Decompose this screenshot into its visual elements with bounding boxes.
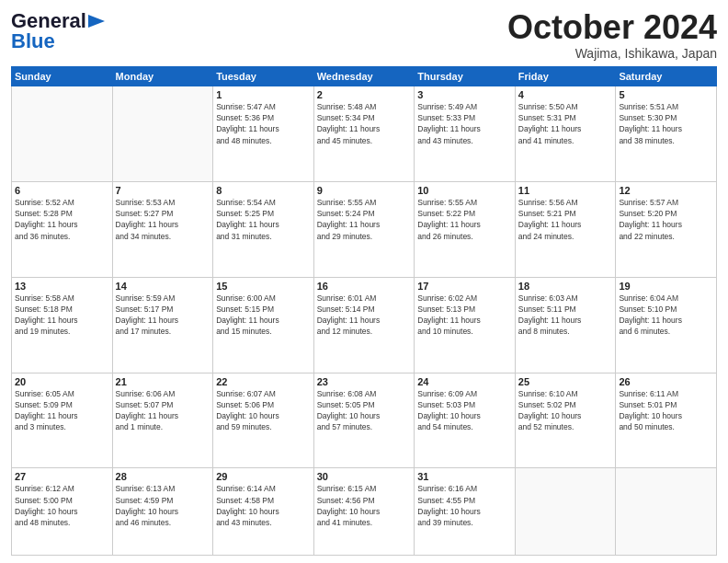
day-info: Sunrise: 6:12 AM Sunset: 5:00 PM Dayligh… — [15, 483, 109, 528]
day-number: 29 — [216, 471, 311, 482]
table-row: 23Sunrise: 6:08 AM Sunset: 5:05 PM Dayli… — [313, 373, 415, 468]
table-row: 12Sunrise: 5:57 AM Sunset: 5:20 PM Dayli… — [616, 181, 717, 277]
day-number: 24 — [417, 376, 512, 387]
table-row: 30Sunrise: 6:15 AM Sunset: 4:56 PM Dayli… — [313, 468, 415, 556]
day-number: 18 — [518, 281, 613, 292]
table-row: 26Sunrise: 6:11 AM Sunset: 5:01 PM Dayli… — [616, 373, 717, 468]
title-section: October 2024 Wajima, Ishikawa, Japan — [507, 9, 717, 61]
day-info: Sunrise: 6:10 AM Sunset: 5:02 PM Dayligh… — [518, 388, 613, 433]
day-info: Sunrise: 6:14 AM Sunset: 4:58 PM Dayligh… — [216, 483, 311, 528]
day-info: Sunrise: 6:01 AM Sunset: 5:14 PM Dayligh… — [317, 293, 412, 338]
table-row — [12, 86, 113, 181]
table-row: 21Sunrise: 6:06 AM Sunset: 5:07 PM Dayli… — [112, 373, 213, 468]
col-sunday: Sunday — [12, 66, 113, 86]
day-info: Sunrise: 6:09 AM Sunset: 5:03 PM Dayligh… — [417, 388, 512, 433]
day-info: Sunrise: 6:02 AM Sunset: 5:13 PM Dayligh… — [417, 293, 512, 338]
day-number: 4 — [518, 89, 613, 100]
table-row: 9Sunrise: 5:55 AM Sunset: 5:24 PM Daylig… — [313, 181, 415, 277]
day-number: 19 — [619, 281, 713, 292]
day-info: Sunrise: 5:58 AM Sunset: 5:18 PM Dayligh… — [15, 293, 109, 338]
day-number: 21 — [116, 376, 210, 387]
col-thursday: Thursday — [415, 66, 516, 86]
svg-marker-0 — [88, 15, 105, 28]
day-info: Sunrise: 5:55 AM Sunset: 5:22 PM Dayligh… — [417, 197, 512, 242]
table-row: 3Sunrise: 5:49 AM Sunset: 5:33 PM Daylig… — [415, 86, 516, 181]
day-info: Sunrise: 6:08 AM Sunset: 5:05 PM Dayligh… — [317, 388, 412, 433]
header: General Blue October 2024 Wajima, Ishika… — [11, 9, 717, 61]
day-info: Sunrise: 6:05 AM Sunset: 5:09 PM Dayligh… — [15, 388, 109, 433]
day-number: 20 — [15, 376, 109, 387]
table-row — [616, 468, 717, 556]
table-row: 25Sunrise: 6:10 AM Sunset: 5:02 PM Dayli… — [515, 373, 616, 468]
day-number: 14 — [116, 281, 210, 292]
table-row: 14Sunrise: 5:59 AM Sunset: 5:17 PM Dayli… — [112, 277, 213, 373]
table-row: 6Sunrise: 5:52 AM Sunset: 5:28 PM Daylig… — [12, 181, 113, 277]
table-row: 10Sunrise: 5:55 AM Sunset: 5:22 PM Dayli… — [415, 181, 516, 277]
day-info: Sunrise: 6:00 AM Sunset: 5:15 PM Dayligh… — [216, 293, 311, 338]
day-number: 22 — [216, 376, 311, 387]
day-info: Sunrise: 5:48 AM Sunset: 5:34 PM Dayligh… — [317, 101, 412, 146]
day-info: Sunrise: 6:03 AM Sunset: 5:11 PM Dayligh… — [518, 293, 613, 338]
month-title: October 2024 — [507, 9, 717, 46]
day-number: 11 — [518, 185, 613, 196]
day-number: 30 — [317, 471, 412, 482]
day-number: 27 — [15, 471, 109, 482]
day-number: 1 — [216, 89, 311, 100]
day-info: Sunrise: 6:13 AM Sunset: 4:59 PM Dayligh… — [116, 483, 210, 528]
table-row: 15Sunrise: 6:00 AM Sunset: 5:15 PM Dayli… — [213, 277, 314, 373]
day-number: 7 — [116, 185, 210, 196]
day-info: Sunrise: 5:56 AM Sunset: 5:21 PM Dayligh… — [518, 197, 613, 242]
table-row: 4Sunrise: 5:50 AM Sunset: 5:31 PM Daylig… — [515, 86, 616, 181]
table-row: 7Sunrise: 5:53 AM Sunset: 5:27 PM Daylig… — [112, 181, 213, 277]
day-number: 25 — [518, 376, 613, 387]
day-info: Sunrise: 6:15 AM Sunset: 4:56 PM Dayligh… — [317, 483, 412, 528]
day-info: Sunrise: 6:07 AM Sunset: 5:06 PM Dayligh… — [216, 388, 311, 433]
day-number: 8 — [216, 185, 311, 196]
table-row: 24Sunrise: 6:09 AM Sunset: 5:03 PM Dayli… — [415, 373, 516, 468]
day-number: 15 — [216, 281, 311, 292]
day-number: 26 — [619, 376, 713, 387]
table-row: 28Sunrise: 6:13 AM Sunset: 4:59 PM Dayli… — [112, 468, 213, 556]
table-row: 18Sunrise: 6:03 AM Sunset: 5:11 PM Dayli… — [515, 277, 616, 373]
day-info: Sunrise: 5:55 AM Sunset: 5:24 PM Dayligh… — [317, 197, 412, 242]
calendar-header-row: Sunday Monday Tuesday Wednesday Thursday… — [12, 66, 717, 86]
day-number: 2 — [317, 89, 412, 100]
day-number: 6 — [15, 185, 109, 196]
day-info: Sunrise: 5:57 AM Sunset: 5:20 PM Dayligh… — [619, 197, 713, 242]
day-info: Sunrise: 6:16 AM Sunset: 4:55 PM Dayligh… — [417, 483, 512, 528]
table-row — [515, 468, 616, 556]
col-monday: Monday — [112, 66, 213, 86]
table-row: 20Sunrise: 6:05 AM Sunset: 5:09 PM Dayli… — [12, 373, 113, 468]
day-info: Sunrise: 5:51 AM Sunset: 5:30 PM Dayligh… — [619, 101, 713, 146]
day-info: Sunrise: 5:59 AM Sunset: 5:17 PM Dayligh… — [116, 293, 210, 338]
logo: General Blue — [11, 9, 107, 53]
table-row: 27Sunrise: 6:12 AM Sunset: 5:00 PM Dayli… — [12, 468, 113, 556]
day-number: 9 — [317, 185, 412, 196]
day-info: Sunrise: 5:52 AM Sunset: 5:28 PM Dayligh… — [15, 197, 109, 242]
calendar-table: Sunday Monday Tuesday Wednesday Thursday… — [11, 66, 717, 556]
day-info: Sunrise: 5:50 AM Sunset: 5:31 PM Dayligh… — [518, 101, 613, 146]
day-number: 23 — [317, 376, 412, 387]
location: Wajima, Ishikawa, Japan — [507, 46, 717, 61]
day-number: 31 — [417, 471, 512, 482]
table-row: 8Sunrise: 5:54 AM Sunset: 5:25 PM Daylig… — [213, 181, 314, 277]
table-row: 11Sunrise: 5:56 AM Sunset: 5:21 PM Dayli… — [515, 181, 616, 277]
day-info: Sunrise: 5:54 AM Sunset: 5:25 PM Dayligh… — [216, 197, 311, 242]
col-saturday: Saturday — [616, 66, 717, 86]
day-number: 17 — [417, 281, 512, 292]
col-tuesday: Tuesday — [213, 66, 314, 86]
day-info: Sunrise: 5:49 AM Sunset: 5:33 PM Dayligh… — [417, 101, 512, 146]
day-number: 10 — [417, 185, 512, 196]
table-row — [112, 86, 213, 181]
col-wednesday: Wednesday — [313, 66, 415, 86]
table-row: 29Sunrise: 6:14 AM Sunset: 4:58 PM Dayli… — [213, 468, 314, 556]
table-row: 16Sunrise: 6:01 AM Sunset: 5:14 PM Dayli… — [313, 277, 415, 373]
table-row: 17Sunrise: 6:02 AM Sunset: 5:13 PM Dayli… — [415, 277, 516, 373]
day-info: Sunrise: 6:04 AM Sunset: 5:10 PM Dayligh… — [619, 293, 713, 338]
table-row: 22Sunrise: 6:07 AM Sunset: 5:06 PM Dayli… — [213, 373, 314, 468]
day-number: 16 — [317, 281, 412, 292]
col-friday: Friday — [515, 66, 616, 86]
day-number: 5 — [619, 89, 713, 100]
day-info: Sunrise: 5:53 AM Sunset: 5:27 PM Dayligh… — [116, 197, 210, 242]
day-number: 13 — [15, 281, 109, 292]
